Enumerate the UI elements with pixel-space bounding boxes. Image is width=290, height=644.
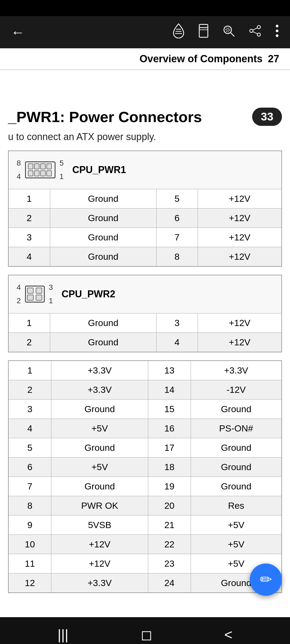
pin-label: +12V — [198, 313, 282, 332]
pin-num: 15 — [148, 399, 191, 419]
svg-point-7 — [226, 28, 230, 32]
pin-num: 24 — [148, 573, 191, 593]
pin-label: Ground — [50, 247, 156, 266]
page-number: 27 — [268, 53, 279, 65]
status-bar — [0, 0, 290, 16]
pin-label: -12V — [191, 380, 282, 399]
table-row: 9 5VSB 21 +5V — [8, 515, 282, 535]
nav-icons — [172, 23, 279, 41]
edit-icon: ✏ — [260, 571, 272, 588]
table-row: 7 Ground 19 Ground — [8, 477, 282, 496]
svg-rect-30 — [27, 295, 33, 300]
share-icon[interactable] — [249, 24, 262, 40]
table-row: 1 Ground 5 +12V — [8, 189, 282, 208]
table-row: 6 +5V 18 Ground — [8, 457, 282, 477]
svg-line-13 — [253, 28, 257, 30]
pin-label: +5V — [191, 535, 282, 554]
svg-rect-21 — [41, 164, 45, 169]
pin-num: 6 — [156, 208, 198, 228]
svg-point-11 — [257, 33, 260, 36]
pin-num: 7 — [156, 228, 198, 247]
pin-num: 14 — [148, 380, 191, 399]
pin-label: +3.3V — [51, 380, 148, 399]
search-icon[interactable] — [222, 24, 235, 40]
pin-num: 16 — [148, 419, 191, 438]
more-icon[interactable] — [275, 24, 279, 41]
table-row: 1 Ground 3 +12V — [8, 313, 282, 332]
pin-label: +5V — [51, 457, 148, 477]
pin-label: +12V — [198, 228, 282, 247]
svg-rect-20 — [34, 164, 39, 169]
pin-label: Ground — [51, 477, 148, 496]
table-row: 11 +12V 23 +5V — [8, 554, 282, 573]
pin-num: 6 — [8, 457, 51, 477]
pin-num: 20 — [148, 496, 191, 515]
connector-4pin-svg — [24, 285, 46, 303]
cpu-pwr1-name: CPU_PWR1 — [72, 164, 126, 175]
svg-rect-25 — [41, 171, 45, 176]
pin-num: 1 — [8, 361, 51, 380]
pin-label: Ground — [50, 208, 156, 228]
pin-label: +3.3V — [51, 361, 148, 380]
svg-rect-31 — [36, 295, 42, 300]
page-header-strip: Overview of Components 27 — [0, 48, 290, 70]
back-nav-button[interactable]: < — [224, 627, 232, 643]
table-row: 2 +3.3V 14 -12V — [8, 380, 282, 399]
system-nav-bar: ||| ◻ < — [0, 617, 290, 644]
svg-point-10 — [257, 25, 260, 29]
top-spacer — [8, 81, 282, 108]
pin-num: 2 — [8, 380, 51, 399]
section-title: _PWR1: Power Connectors — [8, 108, 202, 126]
pin-num: 22 — [148, 535, 191, 554]
pin-num: 4 — [8, 419, 51, 438]
pin-label: +12V — [198, 208, 282, 228]
pin-label: Ground — [191, 438, 282, 457]
pin-label: Ground — [50, 228, 156, 247]
table-row: 3 Ground 15 Ground — [8, 399, 282, 419]
pin-num: 3 — [8, 399, 51, 419]
droplet-icon[interactable] — [172, 23, 185, 41]
table-row: 3 Ground 7 +12V — [8, 228, 282, 247]
svg-point-9 — [227, 29, 229, 31]
pin-label: 5VSB — [51, 515, 148, 535]
table-row: 5 Ground 17 Ground — [8, 438, 282, 457]
svg-point-15 — [276, 25, 278, 27]
recent-apps-button[interactable]: ||| — [57, 627, 68, 643]
table-row: 12 +3.3V 24 Ground — [8, 573, 282, 593]
pin-num: 12 — [8, 573, 51, 593]
pin-num: 11 — [8, 554, 51, 573]
pin-label: Ground — [191, 399, 282, 419]
pin-num: 5 — [8, 438, 51, 457]
table-row: 1 +3.3V 13 +3.3V — [8, 361, 282, 380]
pin-num: 23 — [148, 554, 191, 573]
pin-num: 4 — [156, 332, 198, 352]
back-button[interactable]: ← — [11, 24, 25, 40]
pin-num: 9 — [8, 515, 51, 535]
svg-rect-28 — [27, 288, 33, 293]
edit-fab[interactable]: ✏ — [250, 564, 282, 596]
bookmark-icon[interactable] — [198, 24, 209, 41]
pin-num: 17 — [148, 438, 191, 457]
nav-bar: ← — [0, 16, 290, 48]
pin-num: 3 — [8, 228, 50, 247]
svg-rect-3 — [199, 24, 208, 37]
pin-num: 5 — [156, 189, 198, 208]
table-row: 2 Ground 4 +12V — [8, 332, 282, 352]
cpu-pwr2-name: CPU_PWR2 — [61, 288, 115, 300]
pin-num: 8 — [156, 247, 198, 266]
page-header-title: Overview of Components — [140, 53, 263, 65]
pin-num: 4 — [8, 247, 50, 266]
pin-label: +5V — [51, 419, 148, 438]
pin-num: 2 — [8, 208, 50, 228]
pin-num: 10 — [8, 535, 51, 554]
cpu-pwr2-left-nums: 4 2 — [17, 281, 21, 308]
table-row: 2 Ground 6 +12V — [8, 208, 282, 228]
pin-label: +12V — [198, 247, 282, 266]
home-button[interactable]: ◻ — [141, 627, 152, 643]
cpu-pwr1-right-nums: 5 1 — [60, 156, 64, 184]
pin-label: Ground — [50, 332, 156, 352]
table-row: 4 Ground 8 +12V — [8, 247, 282, 266]
atx-pwr-table: 1 +3.3V 13 +3.3V 2 +3.3V 14 -12V 3 Groun… — [8, 360, 282, 593]
cpu-pwr2-table: 4 2 3 1 — [8, 275, 282, 352]
pin-label: Ground — [191, 477, 282, 496]
